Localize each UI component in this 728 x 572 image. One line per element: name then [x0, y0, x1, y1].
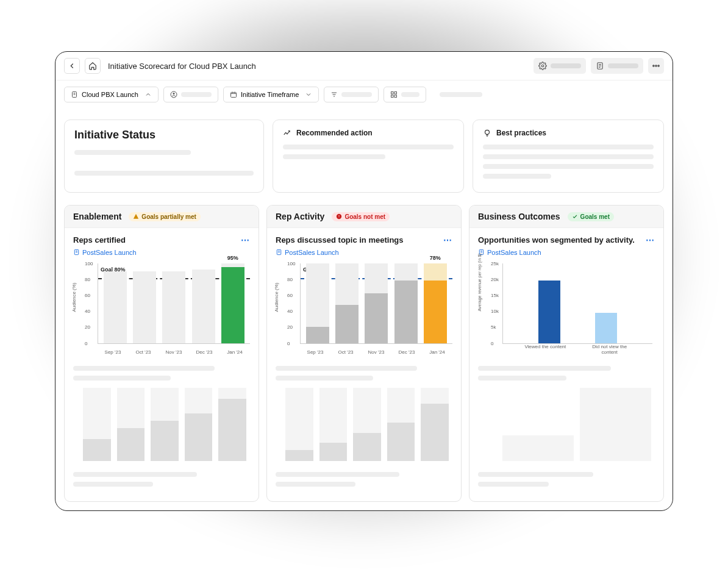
initiative-status-title: Initiative Status: [74, 129, 254, 141]
chart-more-button[interactable]: ⋯: [241, 235, 250, 245]
timeframe-dropdown[interactable]: Initiative Timeframe: [223, 87, 319, 102]
reps-certified-link[interactable]: PostSales Launch: [73, 249, 137, 256]
opportunities-title: Opportunities won segmented by activity.: [478, 235, 635, 245]
reps-discussed-chart: Audience (%) 0 20 40 60 80 100 Goal 80%: [285, 263, 452, 355]
svg-rect-11: [391, 95, 394, 98]
svg-point-2: [653, 65, 654, 66]
svg-rect-8: [230, 93, 236, 98]
filter-placeholder: [431, 87, 491, 102]
reps-certified-title: Reps certified: [73, 235, 137, 245]
document-icon: [276, 249, 282, 256]
document-icon: [596, 62, 604, 70]
home-icon: [88, 62, 97, 70]
chart-more-button[interactable]: ⋯: [443, 235, 452, 245]
calendar-icon: [230, 91, 237, 98]
more-button[interactable]: [648, 58, 664, 74]
business-outcomes-title: Business Outcomes: [478, 212, 560, 221]
y-axis-label: Audience (%): [71, 282, 77, 312]
chevron-up-icon: [145, 91, 152, 98]
reps-certified-chart: Audience (%) 0 20 40 60 80 100 Goal 80%: [83, 263, 250, 355]
svg-point-3: [655, 65, 657, 66]
view-button[interactable]: [384, 87, 426, 102]
initiative-dropdown-label: Cloud PBX Launch: [82, 91, 138, 98]
document-icon: [71, 91, 78, 98]
more-horizontal-icon: [652, 62, 660, 70]
svg-point-7: [173, 93, 174, 95]
arrow-left-icon: [68, 62, 76, 70]
rep-activity-badge: Goals not met: [332, 212, 390, 221]
chevron-down-icon: [305, 91, 312, 98]
business-outcomes-column: Business Outcomes Goals met Opportunitie…: [469, 205, 664, 502]
enablement-title: Enablement: [73, 212, 121, 221]
document-icon: [73, 249, 80, 256]
gear-icon: [538, 62, 547, 70]
filter-bar: Cloud PBX Launch Initiative Timeframe: [55, 80, 673, 109]
reps-discussed-link[interactable]: PostSales Launch: [276, 249, 339, 256]
trend-icon: [283, 129, 291, 137]
chart-more-button[interactable]: ⋯: [646, 235, 655, 245]
reps-discussed-title: Reps discussed topic in meetings: [276, 235, 404, 245]
rep-activity-title: Rep Activity: [276, 212, 324, 221]
svg-point-4: [658, 65, 659, 66]
warning-icon: [133, 213, 139, 220]
lightbulb-icon: [483, 129, 491, 137]
business-outcomes-badge: Goals met: [568, 212, 614, 221]
y-axis-label: Audience (%): [274, 282, 279, 312]
opportunities-chart: Average revenue per rep (in $) 0 5k 10k …: [489, 263, 655, 355]
page-title: Initiative Scorecard for Cloud PBX Launc…: [108, 62, 256, 71]
enablement-column: Enablement Goals partially met Reps cert…: [64, 205, 259, 502]
grid-icon: [390, 91, 398, 98]
best-practices-title: Best practices: [496, 129, 546, 137]
rep-activity-column: Rep Activity Goals not met Reps discusse…: [266, 205, 462, 502]
check-icon: [572, 213, 578, 220]
svg-rect-10: [394, 92, 397, 95]
filter-button[interactable]: [324, 87, 379, 102]
user-circle-icon: [170, 91, 177, 98]
home-button[interactable]: [85, 58, 101, 74]
back-button[interactable]: [64, 58, 80, 74]
export-pill[interactable]: [591, 58, 643, 74]
svg-rect-12: [394, 95, 397, 98]
timeframe-dropdown-label: Initiative Timeframe: [241, 91, 299, 98]
recommended-action-title: Recommended action: [296, 129, 373, 137]
initiative-status-card: Initiative Status: [64, 120, 264, 193]
svg-rect-9: [391, 92, 394, 95]
settings-pill[interactable]: [534, 58, 586, 74]
enablement-badge: Goals partially met: [129, 212, 200, 221]
error-icon: [336, 213, 342, 220]
user-filter[interactable]: [163, 87, 218, 102]
opportunities-link[interactable]: PostSales Launch: [478, 249, 541, 256]
best-practices-card: Best practices: [473, 120, 664, 193]
recommended-action-card: Recommended action: [273, 120, 464, 193]
top-bar: Initiative Scorecard for Cloud PBX Launc…: [55, 52, 673, 80]
filter-icon: [330, 91, 338, 98]
svg-point-0: [541, 65, 544, 67]
svg-point-13: [485, 130, 490, 134]
initiative-dropdown[interactable]: Cloud PBX Launch: [64, 87, 159, 102]
